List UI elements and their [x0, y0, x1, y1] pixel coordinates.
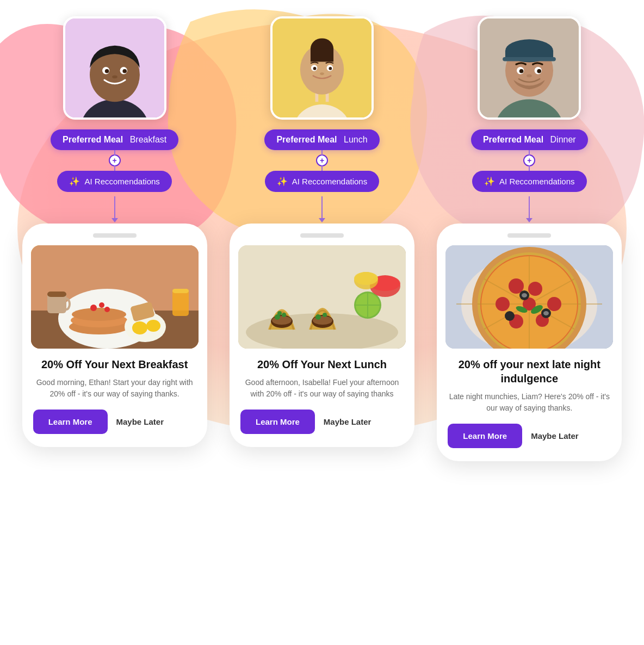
learn-more-button-breakfast[interactable]: Learn More [33, 410, 108, 434]
svg-point-18 [146, 320, 160, 332]
svg-point-9 [112, 75, 117, 78]
meal-badge-label: Preferred Meal [63, 135, 123, 145]
phone-dinner: 20% off your next late night indulgence … [437, 224, 622, 461]
svg-point-89 [522, 293, 527, 297]
connector-plus-dinner: + [523, 154, 535, 166]
meal-badge-label-dinner: Preferred Meal [483, 135, 543, 145]
phone-title-breakfast: 20% Off Your Next Breakfast [31, 357, 199, 371]
column-dinner: Preferred Meal Dinner + ✨ AI Reccomendat… [431, 16, 627, 461]
svg-rect-66 [503, 57, 556, 61]
svg-point-39 [329, 67, 332, 70]
phone-lunch: 20% Off Your Next Lunch Good afternoon, … [230, 224, 414, 447]
phone-desc-lunch: Good afternoon, Isabella! Fuel your afte… [238, 377, 406, 400]
svg-rect-20 [172, 289, 189, 293]
ai-badge-label-breakfast: AI Reccomendations [84, 177, 159, 186]
svg-point-47 [277, 311, 282, 315]
columns-container: Preferred Meal Breakfast + ✨ AI Reccomen… [0, 0, 644, 645]
ai-badge-lunch: ✨ AI Reccomendations [265, 171, 379, 192]
maybe-later-button-breakfast[interactable]: Maybe Later [116, 417, 164, 426]
connector-plus-breakfast: + [109, 154, 121, 166]
svg-point-27 [104, 307, 110, 312]
food-image-lunch [238, 245, 406, 349]
svg-point-38 [313, 67, 317, 70]
svg-point-26 [99, 302, 104, 308]
phone-actions-breakfast: Learn More Maybe Later [31, 410, 199, 434]
connector-plus-lunch: + [316, 154, 328, 166]
svg-rect-35 [311, 49, 333, 62]
phone-actions-lunch: Learn More Maybe Later [238, 410, 406, 434]
phone-desc-breakfast: Good morning, Ethan! Start your day righ… [31, 377, 199, 400]
phone-breakfast: 20% Off Your Next Breakfast Good morning… [22, 224, 207, 447]
ai-icon-lunch: ✨ [277, 176, 288, 187]
arrow-dinner [529, 196, 530, 218]
ai-badge-breakfast: ✨ AI Reccomendations [57, 171, 171, 192]
arrow-lunch [321, 196, 323, 218]
phone-title-lunch: 20% Off Your Next Lunch [238, 357, 406, 371]
column-lunch: Preferred Meal Lunch + ✨ AI Reccomendati… [224, 16, 420, 447]
phone-title-dinner: 20% off your next late night indulgence [445, 357, 613, 386]
phone-desc-dinner: Late night munchies, Liam? Here's 20% of… [445, 391, 613, 414]
svg-point-40 [320, 72, 324, 75]
svg-point-7 [104, 69, 109, 73]
learn-more-button-lunch[interactable]: Learn More [240, 410, 315, 434]
svg-point-71 [527, 74, 532, 77]
ai-badge-label-dinner: AI Reccomendations [499, 177, 574, 186]
svg-point-8 [122, 69, 127, 73]
svg-point-91 [543, 311, 549, 315]
avatar-breakfast [63, 16, 166, 120]
svg-point-17 [132, 321, 147, 334]
scene: Preferred Meal Breakfast + ✨ AI Reccomen… [0, 0, 644, 645]
svg-point-46 [282, 313, 286, 317]
avatar-lunch [270, 16, 374, 120]
phone-actions-dinner: Learn More Maybe Later [445, 424, 613, 448]
svg-rect-22 [47, 292, 66, 297]
meal-badge-lunch: Preferred Meal Lunch [264, 129, 379, 150]
meal-badge-dinner: Preferred Meal Dinner [471, 129, 588, 150]
ai-badge-dinner: ✨ AI Reccomendations [472, 171, 586, 192]
svg-point-51 [323, 313, 327, 317]
maybe-later-button-dinner[interactable]: Maybe Later [531, 431, 579, 441]
food-image-breakfast [31, 245, 199, 349]
learn-more-button-dinner[interactable]: Learn More [448, 424, 522, 448]
svg-point-83 [496, 297, 510, 311]
ai-icon-dinner: ✨ [484, 176, 495, 187]
ai-badge-label-lunch: AI Reccomendations [292, 177, 367, 186]
meal-badge-type: Breakfast [130, 135, 167, 145]
svg-point-85 [547, 297, 561, 311]
meal-badge-type-lunch: Lunch [344, 135, 368, 145]
maybe-later-button-lunch[interactable]: Maybe Later [324, 417, 371, 426]
svg-point-82 [528, 282, 542, 296]
arrow-breakfast [114, 196, 115, 218]
meal-badge-type-dinner: Dinner [550, 135, 576, 145]
column-breakfast: Preferred Meal Breakfast + ✨ AI Reccomen… [17, 16, 213, 447]
meal-badge-label-lunch: Preferred Meal [276, 135, 337, 145]
svg-point-92 [505, 311, 515, 321]
svg-point-70 [537, 69, 542, 73]
svg-point-15 [72, 308, 126, 321]
food-image-dinner [445, 245, 613, 349]
svg-point-69 [519, 69, 524, 73]
avatar-dinner [478, 16, 581, 120]
ai-icon-breakfast: ✨ [69, 176, 80, 187]
meal-badge-breakfast: Preferred Meal Breakfast [51, 129, 178, 150]
svg-point-50 [315, 314, 321, 320]
svg-point-59 [354, 272, 378, 285]
svg-point-25 [90, 305, 97, 311]
